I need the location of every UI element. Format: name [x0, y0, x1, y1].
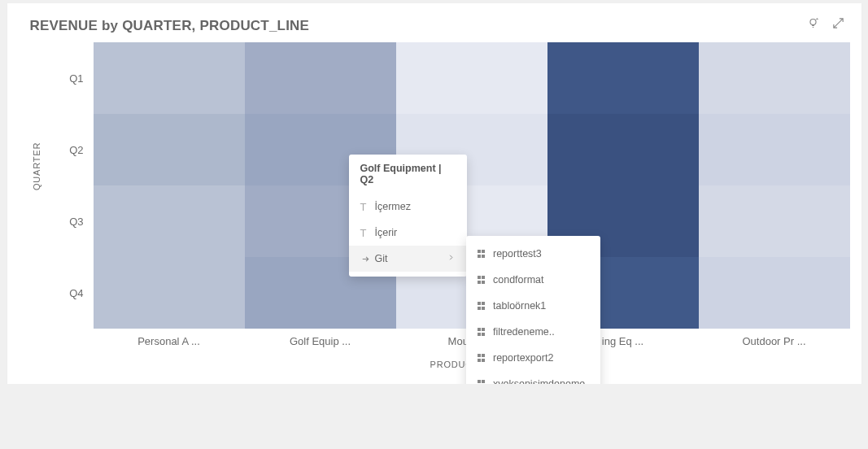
submenu-item[interactable]: reporttest3 — [466, 241, 600, 267]
heatmap-cell[interactable] — [94, 185, 245, 257]
submenu-item[interactable]: tabloörnek1 — [466, 293, 600, 319]
heatmap-cell[interactable] — [245, 42, 396, 114]
chart-card: REVENUE by QUARTER, PRODUCT_LINE QUARTER… — [7, 3, 861, 384]
context-menu-item[interactable]: Git — [349, 246, 467, 272]
arrow-right-icon — [360, 254, 375, 264]
y-tick-label: Q2 — [55, 114, 94, 185]
y-tick-label: Q3 — [55, 185, 94, 257]
y-tick-label: Q1 — [55, 42, 94, 114]
x-tick-label: Outdoor Pr ... — [699, 335, 850, 347]
y-axis-title: QUARTER — [32, 142, 41, 190]
submenu-item[interactable]: xyeksenisimdeneme — [466, 371, 600, 384]
chart-title: REVENUE by QUARTER, PRODUCT_LINE — [7, 18, 861, 34]
svg-point-0 — [809, 20, 815, 25]
submenu-item[interactable]: reportexport2 — [466, 345, 600, 371]
chevron-right-icon — [447, 253, 456, 264]
heatmap-cell[interactable] — [699, 257, 850, 329]
chart-top-icons — [806, 16, 845, 30]
text-filter-icon: T — [360, 227, 375, 239]
dashboard-icon — [478, 250, 486, 258]
heatmap-cell[interactable] — [396, 42, 547, 114]
context-menu-item-label: İçerir — [375, 227, 398, 238]
dashboard-icon — [478, 354, 486, 362]
context-menu-item-label: İçermez — [375, 201, 411, 212]
x-tick-label: Golf Equip ... — [245, 335, 396, 347]
context-menu: Golf Equipment | Q2 TİçermezTİçerirGit — [349, 155, 467, 277]
heatmap-cell[interactable] — [94, 42, 245, 114]
submenu-item-label: xyeksenisimdeneme — [493, 378, 585, 384]
submenu-item-label: tabloörnek1 — [493, 300, 546, 312]
dashboard-icon — [478, 328, 486, 336]
expand-icon[interactable] — [831, 16, 845, 30]
submenu-item-label: filtredeneme.. — [493, 326, 555, 338]
context-submenu: reporttest3condformattabloörnek1filtrede… — [466, 236, 600, 384]
bulb-icon[interactable] — [806, 16, 820, 30]
heatmap-cell[interactable] — [699, 42, 850, 114]
heatmap-cell[interactable] — [699, 114, 850, 185]
submenu-item-label: reportexport2 — [493, 352, 553, 364]
context-menu-item[interactable]: Tİçermez — [349, 194, 467, 220]
heatmap-cell[interactable] — [94, 114, 245, 185]
context-menu-header: Golf Equipment | Q2 — [349, 163, 467, 194]
heatmap-cell[interactable] — [547, 42, 699, 114]
dashboard-icon — [478, 276, 486, 284]
y-tick-label: Q4 — [55, 257, 94, 329]
heatmap-cell[interactable] — [699, 185, 850, 257]
y-ticks: Q1Q2Q3Q4 — [55, 42, 94, 329]
context-menu-item-label: Git — [375, 253, 388, 264]
text-filter-icon: T — [360, 201, 375, 213]
context-menu-item[interactable]: Tİçerir — [349, 220, 467, 246]
dashboard-icon — [478, 302, 486, 310]
submenu-item[interactable]: condformat — [466, 267, 600, 293]
submenu-item[interactable]: filtredeneme.. — [466, 319, 600, 345]
heatmap-cell[interactable] — [547, 114, 699, 185]
x-tick-label: Personal A ... — [94, 335, 245, 347]
submenu-item-label: condformat — [493, 274, 544, 286]
dashboard-icon — [478, 380, 486, 384]
submenu-item-label: reporttest3 — [493, 248, 542, 259]
heatmap-cell[interactable] — [94, 257, 245, 329]
